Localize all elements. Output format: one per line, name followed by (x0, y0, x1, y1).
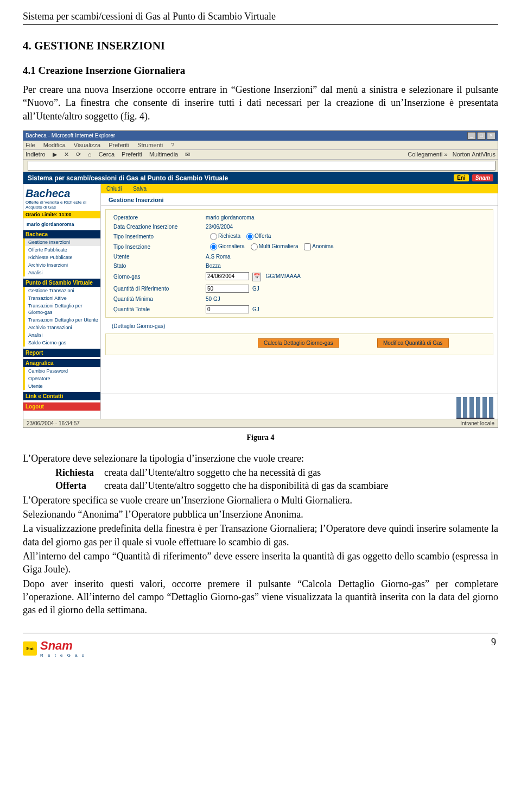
key-offerta: Offerta (55, 479, 104, 492)
toolbar: Indietro ▶ ✕ ⟳ ⌂ Cerca Preferiti Multime… (23, 150, 498, 160)
label-quantita-tot: Quantità Totale (113, 306, 206, 312)
status-zone: Intranet locale (460, 420, 494, 426)
val-offerta: creata dall’Utente/altro soggetto che ha… (104, 480, 388, 491)
refresh-icon[interactable]: ⟳ (76, 151, 81, 158)
multimedia-button[interactable]: Multimedia (149, 151, 178, 158)
footer-logo: Eni Snam R e t e G a s (23, 637, 86, 663)
menu-help[interactable]: ? (171, 142, 174, 148)
checkbox-anonima-label: Anonima (312, 243, 333, 249)
menu-modifica[interactable]: Modifica (43, 142, 66, 148)
radio-multi-giornaliera[interactable] (251, 243, 258, 250)
section-title: 4. GESTIONE INSERZIONI (23, 39, 498, 53)
sidebar-item-cambio-password[interactable]: Cambio Password (23, 367, 100, 375)
minimize-icon[interactable]: _ (467, 132, 476, 140)
sidebar-group-report[interactable]: Report (23, 349, 100, 357)
tab-chiudi[interactable]: Chiudi (106, 186, 122, 192)
sidebar-item-offerte[interactable]: Offerte Pubblicate (23, 246, 100, 254)
window-title: Bacheca - Microsoft Internet Explorer (26, 133, 115, 139)
footer-retegas-text: R e t e G a s (40, 653, 86, 658)
antivirus-label[interactable]: Norton AntiVirus (453, 151, 495, 158)
unit-qtot: GJ (252, 306, 259, 312)
label-quantita-rif: Quantità di Riferimento (113, 286, 206, 292)
sidebar-item-archivio-transazioni[interactable]: Archivio Transazioni (23, 324, 100, 331)
label-quantita-min: Quantità Minima (113, 296, 206, 302)
app-header: Sistema per scambi/cessioni di Gas al Pu… (23, 172, 498, 184)
sidebar-item-gestione-transazioni[interactable]: Gestione Transazioni (23, 287, 100, 294)
sidebar-logout[interactable]: Logout (23, 402, 100, 411)
sidebar-item-operatore[interactable]: Operatore (23, 375, 100, 382)
status-timestamp: 23/06/2004 - 16:34:57 (27, 420, 80, 426)
form-area: Operatoremario giordanoroma Data Creazio… (105, 209, 493, 318)
value-operatore: mario giordanoroma (206, 215, 485, 221)
search-button[interactable]: Cerca (99, 151, 115, 158)
sidebar-item-analisi-psv[interactable]: Analisi (23, 331, 100, 339)
body-p4: La visualizzazione predefinita della fin… (23, 522, 498, 549)
body-text: L’Operatore deve selezionare la tipologi… (23, 452, 498, 617)
menu-preferiti[interactable]: Preferiti (109, 142, 129, 148)
stop-icon[interactable]: ✕ (64, 151, 69, 158)
checkbox-anonima[interactable] (304, 243, 311, 250)
body-p6: Dopo aver inserito questi valori, occorr… (23, 577, 498, 617)
favorites-button[interactable]: Preferiti (122, 151, 142, 158)
modifica-quantita-button[interactable]: Modifica Quantità di Gas (377, 338, 449, 348)
eni-logo-icon: Eni (454, 174, 469, 181)
figure-caption: Figura 4 (23, 433, 498, 442)
radio-giornaliera-label: Giornaliera (218, 243, 245, 249)
menu-file[interactable]: File (26, 142, 35, 148)
radio-richiesta-label: Richiesta (218, 233, 240, 239)
intro-paragraph: Per creare una nuova Inserzione occorre … (23, 83, 498, 123)
back-button[interactable]: Indietro (26, 151, 46, 158)
tab-salva[interactable]: Salva (133, 186, 147, 192)
unit-qrif: GJ (252, 286, 259, 292)
input-quantita-tot[interactable] (206, 305, 249, 313)
val-richiesta: creata dall’Utente/altro soggetto che ha… (104, 467, 321, 478)
label-operatore: Operatore (113, 215, 206, 221)
menu-strumenti[interactable]: Strumenti (137, 142, 163, 148)
label-dettaglio-giorno: (Dettaglio Giorno-gas) (101, 321, 498, 330)
screenshot-window: Bacheca - Microsoft Internet Explorer _ … (23, 130, 498, 428)
menu-visualizza[interactable]: Visualizza (74, 142, 100, 148)
body-p5: All’interno del campo “Quantità di rifer… (23, 550, 498, 576)
sidebar-item-saldo[interactable]: Saldo Giorno-gas (23, 339, 100, 347)
address-input[interactable] (28, 161, 495, 171)
statusbar: 23/06/2004 - 16:34:57 Intranet locale (23, 419, 498, 427)
bottom-rule (23, 633, 498, 633)
mail-icon[interactable]: ✉ (185, 151, 190, 158)
input-giorno-gas[interactable] (206, 272, 249, 280)
links-label[interactable]: Collegamenti » (408, 151, 447, 158)
label-utente: Utente (113, 254, 206, 260)
forward-icon[interactable]: ▶ (53, 151, 57, 158)
value-data-creazione: 23/06/2004 (206, 224, 485, 230)
sidebar-item-trans-dett-giorno[interactable]: Transazioni Dettaglio per Giorno-gas (23, 302, 100, 316)
sidebar-item-archivio-inserzioni[interactable]: Archivio Inserzioni (23, 261, 100, 269)
sidebar-item-trans-dett-utente[interactable]: Transazioni Dettaglio per Utente (23, 316, 100, 324)
radio-multi-giornaliera-label: Multi Giornaliera (259, 243, 298, 249)
sidebar-item-richieste[interactable]: Richieste Pubblicate (23, 254, 100, 261)
sidebar-item-gestione-inserzioni[interactable]: Gestione Inserzioni (23, 238, 100, 246)
key-richiesta: Richiesta (55, 466, 104, 479)
value-utente: A.S Roma (206, 254, 485, 260)
value-stato: Bozza (206, 263, 485, 269)
sidebar-item-utente[interactable]: Utente (23, 382, 100, 390)
maximize-icon[interactable]: □ (477, 132, 486, 140)
sidebar-item-analisi-bacheca[interactable]: Analisi (23, 269, 100, 276)
close-icon[interactable]: × (487, 132, 495, 140)
action-tabs: Chiudi Salva (101, 184, 498, 193)
label-stato: Stato (113, 263, 206, 269)
calcola-dettaglio-button[interactable]: Calcola Dettaglio Giorno-gas (258, 338, 339, 348)
menubar[interactable]: File Modifica Visualizza Preferiti Strum… (23, 141, 498, 150)
footer-eni-icon: Eni (23, 641, 37, 656)
bacheca-subtitle: Offerte di Vendita e Richieste di Acquis… (23, 200, 100, 211)
label-tipo-inserzione: Tipo Inserzione (113, 244, 206, 250)
input-quantita-rif[interactable] (206, 285, 249, 293)
sidebar-group-link[interactable]: Link e Contatti (23, 392, 100, 400)
radio-offerta[interactable] (246, 233, 253, 240)
header-rule (23, 24, 498, 25)
home-icon[interactable]: ⌂ (88, 151, 92, 158)
calendar-icon[interactable]: 📅 (252, 273, 261, 281)
footer-snam-text: Snam (40, 639, 73, 652)
radio-giornaliera[interactable] (210, 243, 217, 250)
sidebar-item-transazioni-attive[interactable]: Transazioni Attive (23, 294, 100, 302)
radio-richiesta[interactable] (210, 233, 217, 240)
radio-offerta-label: Offerta (255, 233, 271, 239)
